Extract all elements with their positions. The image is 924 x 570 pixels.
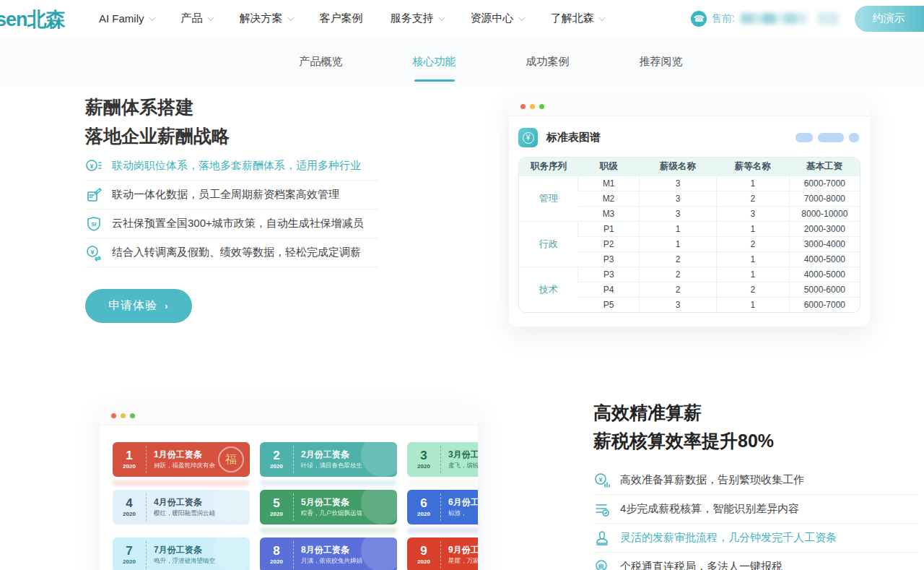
tile-reflection: [407, 527, 478, 534]
tile-title: 1月份工资条: [154, 449, 215, 460]
column-header: 基本工资: [789, 157, 860, 176]
table-cell: P3: [578, 267, 640, 282]
table-cell: 7000-8000: [789, 191, 860, 206]
chevron-down-icon: [437, 14, 445, 21]
tile-month: 22020: [260, 449, 293, 470]
svg-text:¥: ¥: [90, 248, 94, 255]
nav-item-2[interactable]: 解决方案: [240, 12, 292, 25]
job-series-cell: 行政: [519, 221, 578, 267]
nav-item-0[interactable]: AI Family: [99, 12, 154, 25]
table-cell: 5000-6000: [789, 282, 860, 297]
main-menu: AI Family产品解决方案客户案例服务支持资源中心了解北森: [99, 0, 603, 37]
chevron-down-icon: [598, 14, 605, 21]
salary-table-wrap: 职务序列职级薪级名称薪等名称基本工资 管理M1316000-7000M23270…: [518, 157, 860, 313]
book-demo-button[interactable]: 约演示: [855, 6, 924, 32]
tile-month: 92020: [407, 545, 440, 565]
shield-si-icon: SI: [85, 215, 103, 233]
nav-item-3[interactable]: 客户案例: [320, 12, 363, 25]
table-cell: 2000-3000: [789, 221, 860, 236]
table-cell: P3: [578, 251, 640, 267]
payslip-tile-cell: 320203月份工资条鸢飞，缤纷花时: [407, 442, 478, 490]
nav-item-1[interactable]: 产品: [181, 12, 212, 25]
feature-text: 联动一体化数据，员工全周期薪资档案高效管理: [112, 188, 339, 202]
tab-推荐阅览[interactable]: 推荐阅览: [640, 37, 683, 86]
feature-text: 4步完成薪税核算，智能识别差异内容: [620, 502, 799, 516]
table-row: 管理M1316000-7000: [519, 176, 860, 191]
fu-ornament-icon: 福: [218, 446, 244, 472]
column-header: 薪级名称: [640, 157, 717, 176]
checklist-icon: [593, 501, 611, 518]
apply-trial-button[interactable]: 申请体验›: [85, 289, 192, 323]
tile-subtitle: 鲤跃，福盈乾坤庆有余: [154, 462, 215, 470]
payslip-tile: 820208月份工资条月满，依依皎兔共婵娟: [260, 537, 397, 570]
payroll-title-line2: 薪税核算效率提升80%: [593, 427, 774, 455]
tile-subtitle: 叶绿，满目春色翠枝生: [301, 462, 362, 470]
tile-month: 72020: [113, 545, 146, 565]
nav-item-label: 了解北森: [551, 12, 594, 25]
tile-title: 7月份工资条: [154, 544, 215, 556]
table-cell: 2: [716, 282, 789, 297]
table-cell: 8000-10000: [789, 206, 860, 221]
minimize-dot-icon: [530, 104, 535, 109]
nav-item-label: AI Family: [99, 12, 144, 25]
brand-logo[interactable]: sen北森: [0, 7, 65, 33]
tile-title: 6月份工资条: [448, 496, 478, 508]
table-cell: 3000-4000: [789, 236, 860, 251]
svg-text:¥: ¥: [598, 475, 602, 483]
payslip-tile: 220202月份工资条叶绿，满目春色翠枝生: [260, 442, 397, 477]
chevron-down-icon: [518, 14, 525, 21]
apply-trial-label: 申请体验: [108, 299, 157, 311]
tab-核心功能[interactable]: 核心功能: [413, 37, 456, 86]
svg-text:SI: SI: [91, 220, 97, 227]
tile-title: 5月份工资条: [301, 496, 362, 508]
tile-month: 82020: [260, 545, 293, 565]
nav-right-area: ☎ 售前: 约演示: [691, 0, 924, 37]
payslip-tile-cell: 720207月份工资条鸣升，浮潜碧海望晴空: [113, 537, 250, 570]
salary-system-title-line2: 落地企业薪酬战略: [85, 121, 230, 150]
payslip-tile-cell: 620206月份工资条鲸游，: [407, 490, 478, 537]
payslip-tile-cell: 220202月份工资条叶绿，满目春色翠枝生: [260, 442, 397, 490]
tab-成功案例[interactable]: 成功案例: [526, 37, 570, 86]
tile-subtitle: 星耀，万家: [448, 557, 478, 565]
table-cell: 4000-5000: [789, 267, 860, 282]
top-navigation: sen北森 AI Family产品解决方案客户案例服务支持资源中心了解北森 ☎ …: [0, 0, 924, 37]
nav-item-6[interactable]: 了解北森: [551, 12, 603, 25]
nav-item-4[interactable]: 服务支持: [391, 12, 443, 25]
tile-reflection: [260, 527, 397, 534]
table-cell: P4: [578, 282, 640, 297]
pill-button-icon: [849, 133, 859, 142]
tile-decoration: [361, 537, 397, 570]
feature-item: 4步完成薪税核算，智能识别差异内容: [593, 495, 917, 524]
column-header: 职务序列: [519, 157, 578, 176]
table-cell: P5: [578, 297, 640, 312]
feature-item: ¥高效准备算薪数据，告别繁琐收集工作: [593, 466, 917, 495]
nav-item-5[interactable]: 资源中心: [471, 12, 523, 25]
tile-month: 42020: [113, 497, 146, 517]
feature-text: 个税通直连税局，多法人一键报税: [620, 560, 783, 570]
table-cell: 3: [640, 206, 717, 221]
tab-产品概览[interactable]: 产品概览: [300, 37, 343, 86]
tile-month: 12020: [113, 449, 146, 470]
chevron-down-icon: [148, 14, 155, 21]
yen-circle-icon: ¥: [518, 128, 538, 147]
tile-subtitle: 月满，依依皎兔共婵娟: [301, 557, 362, 565]
standard-table-card: ¥ 标准表图谱 职务序列职级薪级名称薪等名称基本工资 管理M1316000-70…: [509, 98, 870, 327]
table-cell: M1: [578, 176, 640, 191]
svg-text:税: 税: [598, 563, 604, 569]
window-titlebar: [100, 407, 478, 426]
feature-text: 高效准备算薪数据，告别繁琐收集工作: [620, 473, 804, 487]
window-titlebar: [509, 98, 870, 116]
card-title-row: ¥ 标准表图谱: [509, 116, 870, 147]
stamp-icon: [593, 530, 611, 547]
payslip-tile: 920209月份工资条星耀，万家: [407, 537, 478, 570]
toolbar-placeholder: [796, 133, 859, 142]
payslip-tile-cell: 920209月份工资条星耀，万家: [407, 537, 478, 570]
table-cell: 2: [640, 267, 717, 282]
job-series-cell: 管理: [519, 176, 578, 221]
table-cell: 2: [716, 236, 789, 251]
zoom-dot-icon: [130, 413, 135, 418]
pill-button-icon: [818, 133, 844, 142]
table-cell: 3: [640, 176, 717, 191]
tile-subtitle: 鲸游，: [448, 509, 478, 517]
tile-title: 4月份工资条: [154, 496, 215, 508]
